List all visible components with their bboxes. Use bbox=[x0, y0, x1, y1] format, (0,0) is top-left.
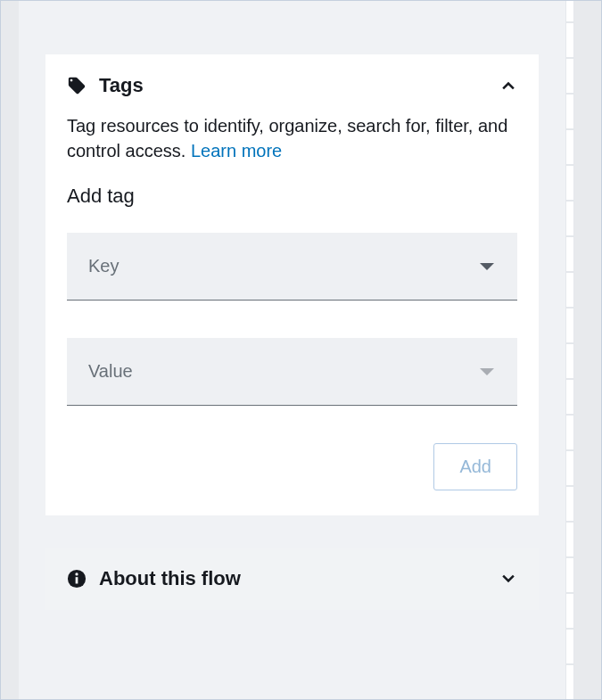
value-placeholder: Value bbox=[88, 361, 133, 382]
key-placeholder: Key bbox=[88, 256, 119, 276]
grid-sidebar bbox=[565, 1, 574, 699]
tags-section-body: Tag resources to identify, organize, sea… bbox=[45, 113, 539, 515]
svg-rect-1 bbox=[76, 577, 78, 583]
add-button-row: Add bbox=[67, 443, 517, 490]
chevron-down-icon bbox=[499, 570, 517, 588]
info-icon bbox=[67, 569, 87, 589]
page-container: Tags Tag resources to identify, organize… bbox=[0, 0, 602, 700]
svg-point-2 bbox=[75, 572, 78, 575]
tags-section-header[interactable]: Tags bbox=[45, 54, 539, 113]
caret-down-icon bbox=[478, 366, 496, 378]
about-section-title: About this flow bbox=[99, 567, 241, 590]
main-panel: Tags Tag resources to identify, organize… bbox=[19, 1, 565, 699]
tags-header-left: Tags bbox=[67, 74, 144, 97]
learn-more-link[interactable]: Learn more bbox=[191, 141, 282, 161]
caret-down-icon bbox=[478, 260, 496, 273]
tags-description: Tag resources to identify, organize, sea… bbox=[67, 113, 517, 163]
value-select[interactable]: Value bbox=[67, 338, 517, 406]
add-tag-label: Add tag bbox=[67, 185, 517, 208]
description-text: Tag resources to identify, organize, sea… bbox=[67, 116, 507, 161]
about-header-left: About this flow bbox=[67, 567, 241, 590]
tags-section: Tags Tag resources to identify, organize… bbox=[45, 54, 539, 515]
tags-section-title: Tags bbox=[99, 74, 144, 97]
about-section: About this flow bbox=[45, 548, 539, 610]
about-section-header[interactable]: About this flow bbox=[45, 548, 539, 610]
add-button[interactable]: Add bbox=[433, 443, 517, 490]
chevron-up-icon bbox=[499, 77, 517, 95]
tag-icon bbox=[67, 76, 87, 95]
key-select[interactable]: Key bbox=[67, 233, 517, 301]
